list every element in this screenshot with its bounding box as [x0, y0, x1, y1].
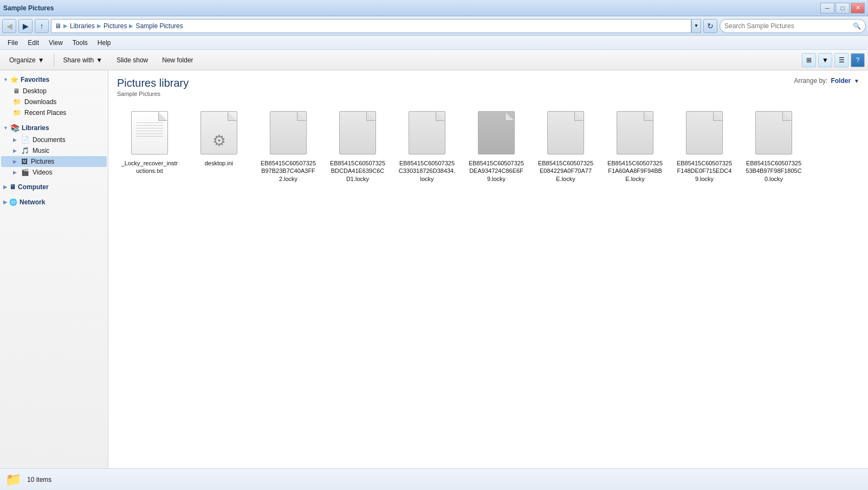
minimize-button[interactable]: ─ — [820, 3, 834, 14]
view-details-button[interactable]: ☰ — [834, 53, 848, 67]
arrange-bar: Arrange by: Folder ▼ — [794, 77, 859, 85]
documents-expand-icon: ▶ — [13, 137, 17, 143]
menu-edit[interactable]: Edit — [23, 38, 43, 48]
favorites-star-icon: ⭐ — [10, 76, 18, 83]
file-name-ini: desktop.ini — [205, 159, 234, 167]
sidebar-pictures-label: Pictures — [31, 158, 54, 165]
file-icon-container-locky-1 — [267, 108, 310, 157]
sidebar-network-header[interactable]: ▶ 🌐 Network — [0, 196, 108, 208]
sidebar-libraries-label: Libraries — [22, 124, 49, 132]
menu-view[interactable]: View — [44, 38, 67, 48]
close-button[interactable]: ✕ — [851, 3, 865, 14]
breadcrumb-pictures[interactable]: Pictures — [103, 22, 127, 30]
sidebar-item-recent-places[interactable]: 📁 Recent Places — [1, 107, 107, 118]
locky-file-icon-1 — [270, 111, 307, 154]
videos-icon: 🎬 — [21, 169, 29, 176]
sidebar-recent-places-label: Recent Places — [24, 109, 66, 117]
share-with-button[interactable]: Share with ▼ — [57, 53, 109, 68]
search-input[interactable] — [724, 22, 851, 30]
file-name-locky-6: EB85415C60507325F1A60AA8F9F94BBE.locky — [606, 159, 664, 183]
forward-button[interactable]: ▶ — [18, 19, 33, 33]
toolbar-separator-1 — [54, 54, 54, 67]
file-item-locky-3[interactable]: EB85415C60507325C330318726D38434.locky — [394, 105, 459, 186]
menu-tools[interactable]: Tools — [68, 38, 92, 48]
view-large-icon-button[interactable]: ⊞ — [802, 53, 816, 67]
sidebar-item-videos[interactable]: ▶ 🎬 Videos — [1, 167, 107, 178]
file-item-locky-5[interactable]: EB85415C60507325E084229A0F70A77E.locky — [533, 105, 598, 186]
menu-bar: File Edit View Tools Help — [0, 36, 868, 50]
computer-collapse-icon: ▶ — [3, 184, 7, 190]
ini-file-icon: ⚙ — [200, 111, 237, 154]
recent-places-icon: 📁 — [13, 109, 21, 117]
file-icon-container-txt — [128, 108, 171, 157]
sidebar-computer-header[interactable]: ▶ 🖥 Computer — [0, 181, 108, 193]
maximize-button[interactable]: □ — [835, 3, 850, 14]
gear-icon: ⚙ — [212, 132, 226, 150]
locky-file-icon-5 — [547, 111, 584, 154]
arrange-value[interactable]: Folder — [831, 77, 851, 85]
menu-help[interactable]: Help — [93, 38, 115, 48]
sidebar-item-downloads[interactable]: 📁 Downloads — [1, 96, 107, 107]
pane-subtitle: Sample Pictures — [117, 91, 189, 97]
desktop-icon: 🖥 — [13, 87, 20, 95]
file-icon-container-locky-4 — [475, 108, 518, 157]
search-box: 🔍 — [720, 19, 866, 33]
sidebar-favorites-header[interactable]: ▼ ⭐ Favorites — [0, 74, 108, 86]
network-collapse-icon: ▶ — [3, 199, 7, 205]
arrange-dropdown-icon[interactable]: ▼ — [854, 78, 859, 84]
slide-show-button[interactable]: Slide show — [111, 53, 154, 68]
sidebar-music-label: Music — [33, 147, 49, 154]
breadcrumb-sample-pictures[interactable]: Sample Pictures — [135, 22, 183, 30]
sidebar-item-documents[interactable]: ▶ 📄 Documents — [1, 134, 107, 145]
file-item-locky-7[interactable]: EB85415C60507325F148DE0F715EDC49.locky — [672, 105, 737, 186]
sidebar-videos-label: Videos — [33, 169, 52, 176]
sidebar-downloads-label: Downloads — [24, 98, 56, 106]
locky-file-icon-2 — [339, 111, 376, 154]
up-button[interactable]: ↑ — [35, 19, 49, 33]
file-icon-container-locky-8 — [752, 108, 795, 157]
file-item-locky-1[interactable]: EB85415C60507325B97B23B7C40A3FF2.locky — [256, 105, 321, 186]
toolbar: Organize ▼ Share with ▼ Slide show New f… — [0, 50, 868, 70]
sidebar-computer-label: Computer — [18, 183, 49, 191]
status-bar: 📁 10 items — [0, 468, 868, 490]
refresh-button[interactable]: ↻ — [703, 19, 717, 33]
file-name-locky-4: EB85415C60507325DEA934724C86E6F9.locky — [468, 159, 525, 183]
sidebar-item-desktop[interactable]: 🖥 Desktop — [1, 86, 107, 96]
breadcrumb-dropdown[interactable]: ▼ — [691, 19, 701, 33]
file-item-locky-6[interactable]: EB85415C60507325F1A60AA8F9F94BBE.locky — [603, 105, 668, 186]
breadcrumb-icon: 🖥 — [55, 22, 61, 30]
share-arrow: ▼ — [96, 56, 102, 64]
status-item-count: 10 items — [27, 476, 51, 483]
file-icon-container-locky-7 — [683, 108, 726, 157]
menu-file[interactable]: File — [3, 38, 22, 48]
locky-file-icon-7 — [686, 111, 723, 154]
help-button[interactable]: ? — [851, 53, 865, 67]
view-dropdown-button[interactable]: ▼ — [818, 53, 832, 67]
sidebar: ▼ ⭐ Favorites 🖥 Desktop 📁 Downloads 📁 Re… — [0, 70, 108, 468]
new-folder-button[interactable]: New folder — [156, 53, 199, 68]
file-item-locky-txt[interactable]: _Locky_recover_instructions.txt — [117, 105, 182, 179]
file-name-txt: _Locky_recover_instructions.txt — [121, 159, 178, 175]
libraries-icon: 📚 — [10, 124, 20, 132]
downloads-icon: 📁 — [13, 98, 21, 106]
sidebar-documents-label: Documents — [33, 136, 66, 144]
file-name-locky-2: EB85415C60507325BDCDA41E639C6CD1.locky — [329, 159, 386, 183]
locky-file-icon-8 — [755, 111, 792, 154]
sidebar-libraries-header[interactable]: ▼ 📚 Libraries — [0, 121, 108, 134]
favorites-collapse-icon: ▼ — [3, 77, 8, 82]
sidebar-item-pictures[interactable]: ▶ 🖼 Pictures — [1, 156, 107, 167]
file-name-locky-5: EB85415C60507325E084229A0F70A77E.locky — [537, 159, 594, 183]
title-bar-text: Sample Pictures — [3, 4, 54, 12]
status-folder-icon: 📁 — [5, 472, 22, 487]
network-icon: 🌐 — [9, 198, 17, 206]
file-item-locky-8[interactable]: EB85415C6050732553B4B97F98F1805C0.locky — [741, 105, 806, 186]
breadcrumb-libraries-label[interactable]: Libraries — [70, 22, 95, 30]
file-item-locky-2[interactable]: EB85415C60507325BDCDA41E639C6CD1.locky — [325, 105, 390, 186]
locky-file-icon-6 — [617, 111, 653, 154]
file-item-locky-4[interactable]: EB85415C60507325DEA934724C86E6F9.locky — [464, 105, 529, 186]
file-item-desktop-ini[interactable]: ⚙ desktop.ini — [186, 105, 251, 171]
sidebar-item-music[interactable]: ▶ 🎵 Music — [1, 145, 107, 156]
organize-button[interactable]: Organize ▼ — [3, 53, 50, 68]
back-button[interactable]: ◀ — [2, 19, 16, 33]
new-folder-label: New folder — [162, 56, 193, 64]
